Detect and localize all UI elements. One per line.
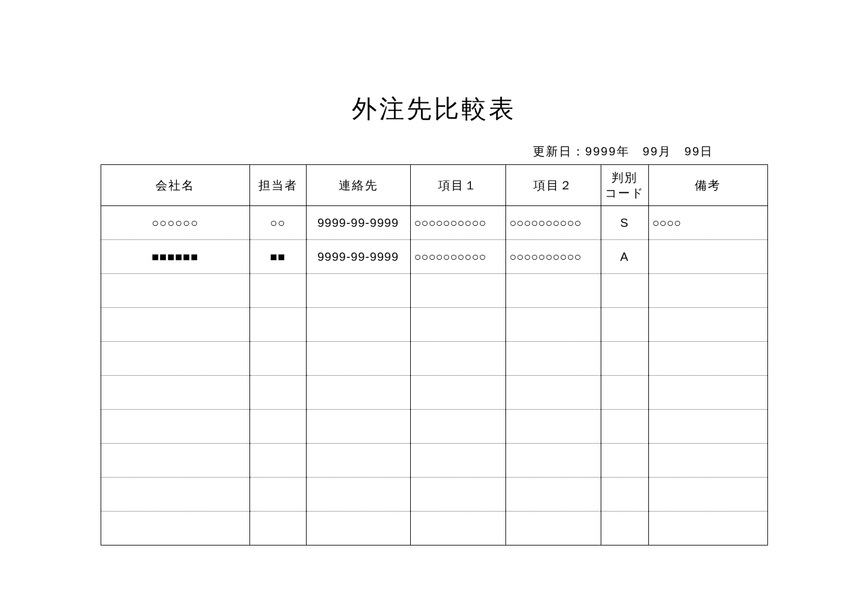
document-page: 外注先比較表 更新日：9999年 99月 99日 会社名 担当者 連絡先 項目１… (0, 0, 868, 569)
cell-person (249, 478, 306, 512)
cell-company: ■■■■■■ (101, 240, 249, 274)
cell-item1 (410, 308, 505, 342)
cell-person (249, 410, 306, 444)
cell-company (101, 376, 249, 410)
cell-item2 (505, 308, 601, 342)
header-item2: 項目２ (505, 165, 601, 206)
cell-notes (648, 376, 767, 410)
table-row (101, 478, 767, 512)
table-row (101, 444, 767, 478)
cell-notes (648, 444, 767, 478)
header-contact: 連絡先 (306, 165, 410, 206)
cell-contact: 9999-99-9999 (306, 206, 410, 240)
table-body: ○○○○○○ ○○ 9999-99-9999 ○○○○○○○○○○ ○○○○○○… (101, 206, 767, 545)
cell-code (601, 308, 648, 342)
cell-company: ○○○○○○ (101, 206, 249, 240)
cell-item2: ○○○○○○○○○○ (505, 206, 601, 240)
cell-item2: ○○○○○○○○○○ (505, 240, 601, 274)
cell-company (101, 308, 249, 342)
cell-code (601, 512, 648, 545)
cell-person (249, 274, 306, 308)
cell-contact (306, 512, 410, 545)
cell-item1: ○○○○○○○○○○ (410, 240, 505, 274)
cell-contact: 9999-99-9999 (306, 240, 410, 274)
header-notes: 備考 (648, 165, 767, 206)
cell-person (249, 308, 306, 342)
cell-notes (648, 240, 767, 274)
cell-notes (648, 512, 767, 545)
cell-notes (648, 410, 767, 444)
cell-company (101, 512, 249, 545)
table-row: ○○○○○○ ○○ 9999-99-9999 ○○○○○○○○○○ ○○○○○○… (101, 206, 767, 240)
cell-code (601, 478, 648, 512)
cell-code (601, 410, 648, 444)
cell-notes (648, 478, 767, 512)
cell-contact (306, 308, 410, 342)
cell-item1 (410, 274, 505, 308)
header-code: 判別コード (601, 165, 648, 206)
cell-person: ■■ (249, 240, 306, 274)
cell-item1 (410, 410, 505, 444)
cell-contact (306, 478, 410, 512)
table-row (101, 274, 767, 308)
table-header-row: 会社名 担当者 連絡先 項目１ 項目２ 判別コード 備考 (101, 165, 767, 206)
cell-contact (306, 444, 410, 478)
cell-person (249, 342, 306, 376)
table-row (101, 410, 767, 444)
cell-person: ○○ (249, 206, 306, 240)
cell-contact (306, 342, 410, 376)
cell-company (101, 444, 249, 478)
cell-notes (648, 274, 767, 308)
cell-contact (306, 410, 410, 444)
cell-item1: ○○○○○○○○○○ (410, 206, 505, 240)
cell-person (249, 444, 306, 478)
cell-item2 (505, 478, 601, 512)
cell-code: S (601, 206, 648, 240)
cell-code (601, 376, 648, 410)
header-person: 担当者 (249, 165, 306, 206)
cell-item2 (505, 376, 601, 410)
header-item1: 項目１ (410, 165, 505, 206)
cell-item2 (505, 410, 601, 444)
cell-code (601, 342, 648, 376)
header-company: 会社名 (101, 165, 249, 206)
cell-item1 (410, 342, 505, 376)
cell-item1 (410, 478, 505, 512)
cell-person (249, 512, 306, 545)
table-row (101, 342, 767, 376)
cell-item2 (505, 444, 601, 478)
update-date: 更新日：9999年 99月 99日 (48, 144, 713, 160)
page-title: 外注先比較表 (48, 92, 820, 126)
cell-company (101, 410, 249, 444)
table-row (101, 376, 767, 410)
cell-contact (306, 376, 410, 410)
cell-item1 (410, 512, 505, 545)
cell-item1 (410, 444, 505, 478)
cell-contact (306, 274, 410, 308)
cell-item2 (505, 274, 601, 308)
cell-item1 (410, 376, 505, 410)
cell-notes: ○○○○ (648, 206, 767, 240)
cell-item2 (505, 342, 601, 376)
cell-code: A (601, 240, 648, 274)
comparison-table: 会社名 担当者 連絡先 項目１ 項目２ 判別コード 備考 ○○○○○○ ○○ 9… (101, 164, 768, 545)
table-row (101, 308, 767, 342)
table-row (101, 512, 767, 545)
cell-item2 (505, 512, 601, 545)
cell-company (101, 478, 249, 512)
cell-code (601, 274, 648, 308)
cell-notes (648, 308, 767, 342)
cell-notes (648, 342, 767, 376)
cell-code (601, 444, 648, 478)
cell-company (101, 274, 249, 308)
cell-company (101, 342, 249, 376)
table-row: ■■■■■■ ■■ 9999-99-9999 ○○○○○○○○○○ ○○○○○○… (101, 240, 767, 274)
cell-person (249, 376, 306, 410)
